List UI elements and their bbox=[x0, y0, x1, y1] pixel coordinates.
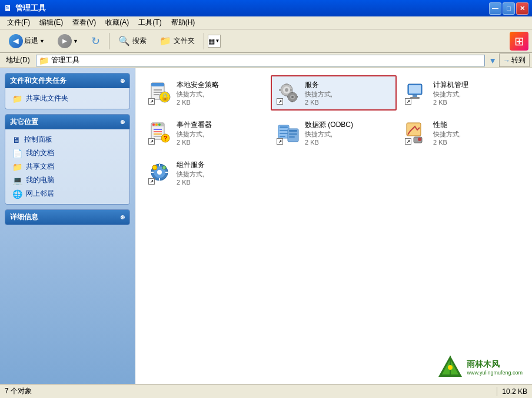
datasource-icon-wrapper: ↗ bbox=[277, 121, 300, 145]
sidebar-section-other-places: 其它位置 ⊛ 🖥 控制面板 📄 我的文档 📁 共享文档 💻 我 bbox=[5, 114, 130, 205]
my-docs-icon: 📄 bbox=[12, 149, 22, 158]
address-dropdown-icon[interactable]: ▼ bbox=[488, 56, 497, 65]
menu-file[interactable]: 文件(F) bbox=[2, 16, 35, 29]
menu-view[interactable]: 查看(V) bbox=[68, 16, 101, 29]
sidebar-item-my-computer[interactable]: 💻 我的电脑 bbox=[10, 173, 125, 187]
component-services-shortcut-badge: ↗ bbox=[148, 178, 155, 185]
svg-rect-15 bbox=[279, 89, 281, 91]
menu-favorites[interactable]: 收藏(A) bbox=[101, 16, 134, 29]
main-area: 文件和文件夹任务 ⊛ 📁 共享此文件夹 其它位置 ⊛ 🖥 控制面板 bbox=[0, 68, 532, 384]
file-item-services[interactable]: ↗ 服务 快捷方式, 2 KB bbox=[271, 75, 397, 111]
file-item-performance[interactable]: ↗ 性能 快捷方式, 2 KB bbox=[399, 115, 525, 150]
sidebar: 文件和文件夹任务 ⊛ 📁 共享此文件夹 其它位置 ⊛ 🖥 控制面板 bbox=[0, 68, 135, 384]
file-tasks-label: 文件和文件夹任务 bbox=[10, 76, 66, 86]
sidebar-item-share-folder[interactable]: 📁 共享此文件夹 bbox=[10, 92, 125, 105]
addressbar: 地址(D) 📁 管理工具 ▼ → 转到 bbox=[0, 53, 532, 68]
go-label: 转到 bbox=[511, 55, 526, 65]
local-security-detail2: 2 KB bbox=[177, 99, 219, 106]
svg-rect-1 bbox=[151, 83, 164, 86]
sidebar-item-network[interactable]: 🌐 网上邻居 bbox=[10, 187, 125, 200]
event-viewer-shortcut-badge: ↗ bbox=[148, 138, 155, 145]
sidebar-section-other-places-header[interactable]: 其它位置 ⊛ bbox=[5, 115, 129, 129]
network-label: 网上邻居 bbox=[26, 189, 54, 199]
datasource-detail2: 2 KB bbox=[305, 139, 353, 146]
file-item-event-viewer[interactable]: ? ↗ 事件查看器 快捷方式, 2 KB bbox=[142, 115, 268, 150]
go-button[interactable]: → 转到 bbox=[499, 53, 530, 67]
window-title: 管理工具 bbox=[15, 3, 489, 14]
my-computer-icon: 💻 bbox=[12, 176, 22, 185]
watermark-text-block: 雨林木风 www.yulingmufeng.com bbox=[467, 359, 523, 376]
folder-icon: 📁 bbox=[159, 35, 171, 46]
watermark-line2: www.yulingmufeng.com bbox=[467, 370, 523, 376]
detail-expand-icon: ⊛ bbox=[120, 214, 125, 220]
files-grid: 🔒 ↗ 本地安全策略 快捷方式, 2 KB bbox=[142, 75, 525, 190]
services-icon-wrapper: ↗ bbox=[277, 81, 300, 105]
menu-edit[interactable]: 编辑(E) bbox=[35, 16, 68, 29]
svg-rect-42 bbox=[289, 130, 297, 132]
event-viewer-name: 事件查看器 bbox=[177, 120, 212, 130]
svg-rect-39 bbox=[280, 133, 288, 134]
go-arrow-icon: → bbox=[503, 56, 510, 65]
svg-rect-17 bbox=[291, 92, 293, 93]
file-item-component-services[interactable]: ↗ 组件服务 快捷方式, 2 KB bbox=[142, 155, 268, 190]
event-viewer-detail1: 快捷方式, bbox=[177, 130, 212, 139]
event-viewer-icon-wrapper: ? ↗ bbox=[148, 121, 172, 145]
svg-text:🔒: 🔒 bbox=[161, 92, 169, 101]
computer-mgmt-name: 计算机管理 bbox=[433, 80, 468, 90]
folder-label: 文件夹 bbox=[174, 36, 195, 46]
component-services-name: 组件服务 bbox=[177, 160, 205, 170]
svg-point-9 bbox=[285, 88, 288, 92]
maximize-button[interactable]: □ bbox=[503, 2, 515, 15]
view-toggle-button[interactable]: ▦ ▼ bbox=[208, 35, 221, 48]
datasource-info: 数据源 (ODBC) 快捷方式, 2 KB bbox=[305, 120, 353, 146]
toolbar: ◄ 后退 ▼ ► ▼ ↻ 🔍 搜索 📁 文件夹 ▦ ▼ ⊞ bbox=[0, 29, 532, 53]
svg-rect-23 bbox=[413, 95, 417, 97]
detail-label: 详细信息 bbox=[10, 212, 38, 222]
close-button[interactable]: ✕ bbox=[516, 2, 528, 15]
other-places-expand-icon: ⊛ bbox=[120, 119, 125, 125]
datasource-shortcut-badge: ↗ bbox=[277, 138, 283, 145]
performance-detail1: 快捷方式, bbox=[433, 130, 461, 139]
file-item-datasource[interactable]: ↗ 数据源 (ODBC) 快捷方式, 2 KB bbox=[271, 115, 397, 150]
sidebar-section-detail-header[interactable]: 详细信息 ⊛ bbox=[5, 210, 129, 225]
statusbar-right: 10.2 KB bbox=[497, 387, 527, 396]
sidebar-item-shared-docs[interactable]: 📁 共享文档 bbox=[10, 160, 125, 173]
menu-help[interactable]: 帮助(H) bbox=[167, 16, 200, 29]
folder-button[interactable]: 📁 文件夹 bbox=[154, 32, 200, 49]
file-item-computer-mgmt[interactable]: ↗ 计算机管理 快捷方式, 2 KB bbox=[399, 75, 525, 111]
watermark-logo bbox=[437, 354, 463, 380]
refresh-button[interactable]: ↻ bbox=[86, 32, 105, 51]
back-button[interactable]: ◄ 后退 ▼ bbox=[4, 31, 50, 51]
back-icon: ◄ bbox=[9, 34, 23, 48]
sidebar-item-control-panel[interactable]: 🖥 控制面板 bbox=[10, 133, 125, 146]
computer-mgmt-icon-wrapper: ↗ bbox=[405, 81, 428, 105]
menubar: 文件(F) 编辑(E) 查看(V) 收藏(A) 工具(T) 帮助(H) bbox=[0, 16, 532, 29]
statusbar: 7 个对象 10.2 KB bbox=[0, 384, 532, 398]
svg-rect-22 bbox=[409, 85, 421, 93]
forward-button[interactable]: ► ▼ bbox=[52, 31, 84, 51]
minimize-button[interactable]: — bbox=[489, 2, 501, 15]
network-icon: 🌐 bbox=[12, 189, 22, 199]
address-folder-icon: 📁 bbox=[39, 56, 49, 65]
file-item-local-security[interactable]: 🔒 ↗ 本地安全策略 快捷方式, 2 KB bbox=[142, 75, 268, 111]
sidebar-item-my-docs[interactable]: 📄 我的文档 bbox=[10, 146, 125, 160]
menu-tools[interactable]: 工具(T) bbox=[134, 16, 166, 29]
window-controls: — □ ✕ bbox=[489, 2, 528, 15]
svg-rect-38 bbox=[280, 130, 288, 131]
control-panel-icon: 🖥 bbox=[12, 135, 21, 145]
sidebar-section-file-tasks-header[interactable]: 文件和文件夹任务 ⊛ bbox=[5, 73, 129, 88]
performance-info: 性能 快捷方式, 2 KB bbox=[433, 120, 461, 146]
svg-point-12 bbox=[291, 96, 294, 98]
share-folder-icon: 📁 bbox=[12, 94, 22, 103]
search-button[interactable]: 🔍 搜索 bbox=[113, 32, 152, 49]
sidebar-section-detail: 详细信息 ⊛ bbox=[5, 209, 130, 225]
svg-point-47 bbox=[418, 138, 421, 141]
share-folder-label: 共享此文件夹 bbox=[26, 93, 68, 103]
services-name: 服务 bbox=[305, 80, 332, 90]
svg-rect-20 bbox=[297, 96, 298, 98]
address-input[interactable]: 📁 管理工具 bbox=[36, 55, 485, 66]
back-label: 后退 bbox=[24, 36, 38, 46]
svg-rect-19 bbox=[287, 96, 288, 98]
my-docs-label: 我的文档 bbox=[26, 148, 54, 158]
refresh-icon: ↻ bbox=[91, 35, 100, 48]
